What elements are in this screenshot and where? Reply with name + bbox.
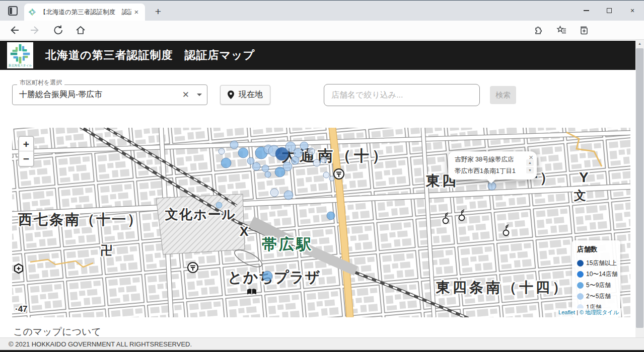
legend-dot-icon [577,260,584,267]
legend-dot-icon [577,282,584,289]
store-cluster-marker[interactable] [262,271,272,281]
municipality-select-label: 市区町村を選択 [17,78,64,87]
store-cluster-marker[interactable] [262,165,269,172]
legend-dot-icon [577,293,584,300]
browser-tab[interactable]: 【北海道の第三者認証制度 認証 × [24,4,145,21]
popup-scroll-down-icon[interactable]: ▼ [526,167,534,173]
collections-icon[interactable] [578,24,590,36]
map-canvas[interactable]: 大通南（十）西七条南（十一）文化ホール帯広駅とかちプラザ東四条南（十四）東四一）… [12,128,630,317]
page-title: 北海道の第三者認証制度 認証店マップ [45,48,255,63]
current-location-button[interactable]: 現在地 [220,85,270,105]
map-zoom-control: + − [18,136,34,167]
store-cluster-marker[interactable] [230,141,238,149]
map-place-label: とかちプラザ [228,269,320,285]
store-cluster-marker[interactable] [221,158,231,168]
map-place-label: X [240,224,249,239]
legend-title: 店舗数 [577,245,616,254]
tab-title: 【北海道の第三者認証制度 認証 [40,8,131,17]
zoom-out-button[interactable]: − [19,151,33,166]
popup-store-name: 吉野家 38号線帯広店 [455,155,524,164]
map-place-label: 卍 [101,243,113,257]
map-attribution: Leaflet | © 地理院タイル [556,308,621,317]
map-place-label: ·47 [15,304,28,314]
minimize-icon [584,10,589,11]
store-cluster-marker[interactable] [313,159,320,166]
map-place-label: 文 [574,189,586,202]
popup-scroll-up-icon[interactable]: ▲ [526,159,534,166]
store-cluster-marker[interactable] [265,171,271,178]
legend-label: 10〜14店舗 [586,270,618,279]
store-cluster-marker[interactable] [283,162,292,171]
map-place-label: Y [579,169,589,185]
home-icon[interactable] [75,24,87,36]
tab-close-icon[interactable]: × [132,8,141,17]
search-button[interactable]: 検索 [490,86,516,104]
map-place-label: 文化ホール [165,207,236,222]
page-footer: © 2021 HOKKAIDO GOVERNMENT ALL RIGHTSRES… [0,337,644,350]
store-cluster-marker[interactable] [270,189,278,197]
store-cluster-marker[interactable] [327,212,335,220]
map-popup: 吉野家 38号線帯広店 帯広市西1条南1丁目1 × ▲ ▼ [448,151,537,180]
window-maximize-button[interactable] [598,1,621,21]
tab-layout-icon[interactable] [8,6,18,16]
store-cluster-marker[interactable] [323,172,329,178]
site-logo: 新北海道スタイル [7,42,33,68]
chevron-down-icon[interactable] [197,94,202,96]
legend-item: 5〜9店舗 [577,280,616,291]
store-cluster-marker[interactable] [284,191,293,200]
store-cluster-marker[interactable] [308,148,315,155]
about-map-link[interactable]: このマップについて [13,325,101,338]
window-minimize-button[interactable] [575,1,598,21]
window-close-button[interactable]: × [621,1,644,21]
store-cluster-marker[interactable] [238,148,248,158]
map-legend: 店舗数 15店舗以上10〜14店舗5〜9店舗2〜5店舗1店舗 [572,240,620,317]
site-header: 新北海道スタイル 北海道の第三者認証制度 認証店マップ [0,41,635,70]
post-office-icon [188,262,198,273]
store-cluster-marker[interactable] [329,176,334,181]
legend-dot-icon [577,271,584,278]
browser-toolbar: https://www5.newhokkaido-style.info/thir… [0,21,644,40]
hospital-icon [15,264,23,273]
scrollbar-up-icon[interactable]: ▲ [635,40,644,48]
tile-provider-link[interactable]: © 地理院タイル [580,309,619,315]
map-place-label: 帯広駅 [262,236,313,252]
legend-item: 2〜5店舗 [577,291,616,302]
back-icon[interactable] [8,24,20,36]
forward-icon[interactable] [29,24,41,36]
maximize-icon [607,8,612,13]
store-cluster-marker[interactable] [247,157,254,164]
location-pin-icon [228,91,234,99]
map-place-label: 東四条南（十四） [436,280,569,295]
favorites-icon[interactable] [555,24,567,36]
store-cluster-marker[interactable] [294,148,303,157]
leaflet-link[interactable]: Leaflet [558,309,575,315]
extensions-puzzle-icon[interactable] [532,24,544,36]
refresh-icon[interactable] [52,24,64,36]
browser-window: 【北海道の第三者認証制度 認証 × + × https://www5.newho… [0,0,644,352]
municipality-select[interactable]: 十勝総合振興局-帯広市 ✕ [12,84,207,105]
scrollbar-thumb[interactable] [636,48,643,328]
copyright-text: © 2021 HOKKAIDO GOVERNMENT ALL RIGHTSRES… [9,340,192,348]
store-cluster-marker[interactable] [488,182,496,190]
store-cluster-marker[interactable] [300,142,308,150]
svg-text:新北海道スタイル: 新北海道スタイル [9,64,32,67]
site-favicon [28,8,36,16]
post-office-icon [334,169,344,179]
legend-item: 10〜14店舗 [577,269,616,280]
store-cluster-marker[interactable] [252,162,260,170]
store-cluster-marker[interactable] [321,157,327,163]
store-cluster-marker[interactable] [219,148,225,154]
attribution-separator: | [577,309,578,315]
legend-label: 5〜9店舗 [586,281,611,290]
current-location-label: 現在地 [239,90,263,100]
browser-titlebar: 【北海道の第三者認証制度 認証 × + × [0,1,644,21]
map-place-label: 西七条南（十一） [18,212,143,227]
store-search-input[interactable] [324,84,480,106]
clear-selection-icon[interactable]: ✕ [178,90,194,100]
page-scrollbar[interactable]: ▲ ▼ [635,40,644,352]
legend-item: 15店舗以上 [577,257,616,269]
new-tab-button[interactable]: + [151,5,165,19]
zoom-in-button[interactable]: + [19,137,33,151]
municipality-value: 十勝総合振興局-帯広市 [19,90,178,100]
store-cluster-marker[interactable] [291,156,299,164]
